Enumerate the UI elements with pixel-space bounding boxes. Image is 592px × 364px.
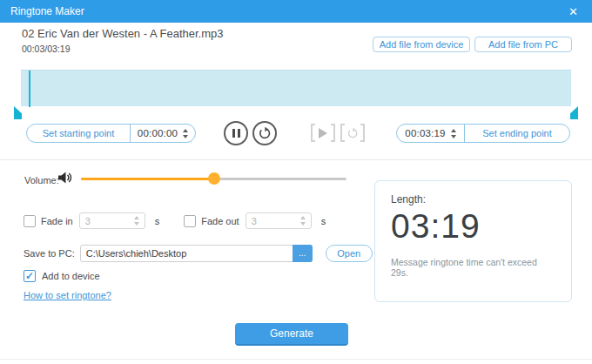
end-point-control: 00:03:19 Set ending point bbox=[396, 124, 570, 143]
fade-out-value[interactable]: 3 bbox=[252, 216, 257, 226]
fade-out-spinner[interactable]: 3 bbox=[246, 212, 312, 229]
bottom-divider bbox=[0, 359, 592, 360]
check-icon: ✓ bbox=[25, 270, 34, 282]
volume-slider[interactable] bbox=[81, 172, 346, 185]
preview-loop-button-disabled bbox=[340, 124, 365, 142]
fade-in-unit: s bbox=[155, 216, 160, 226]
volume-label: Volume: bbox=[24, 175, 59, 185]
length-note: Message ringtone time can't exceed 29s. bbox=[391, 257, 555, 278]
preview-play-button-disabled bbox=[311, 124, 335, 142]
set-starting-point-button[interactable]: Set starting point bbox=[27, 125, 130, 142]
add-file-from-device-button[interactable]: Add file from device bbox=[373, 37, 470, 52]
save-to-pc-label: Save to PC: bbox=[24, 248, 75, 259]
fade-row: Fade in 3 s Fade out 3 s bbox=[24, 212, 350, 229]
length-label: Length: bbox=[391, 193, 555, 206]
window-title: Ringtone Maker bbox=[10, 5, 84, 17]
add-to-device-label: Add to device bbox=[42, 271, 100, 281]
fade-out-checkbox[interactable] bbox=[184, 215, 196, 227]
speaker-icon bbox=[57, 170, 75, 185]
ringtone-maker-window: Ringtone Maker ✕ 02 Eric Van der Westen … bbox=[0, 0, 592, 364]
start-time-stepper[interactable] bbox=[183, 129, 188, 138]
length-value: 03:19 bbox=[391, 207, 555, 246]
pause-icon bbox=[232, 129, 240, 138]
fade-in-value[interactable]: 3 bbox=[85, 216, 91, 226]
section-divider bbox=[0, 159, 592, 160]
playhead-marker[interactable] bbox=[29, 71, 30, 107]
how-to-set-ringtone-link[interactable]: How to set ringtone? bbox=[24, 290, 111, 300]
length-panel: Length: 03:19 Message ringtone time can'… bbox=[374, 180, 572, 302]
volume-fill bbox=[81, 178, 214, 180]
fade-in-label: Fade in bbox=[41, 216, 73, 226]
trim-start-handle[interactable] bbox=[14, 106, 22, 119]
generate-button[interactable]: Generate bbox=[235, 323, 348, 346]
fade-out-stepper[interactable] bbox=[300, 216, 306, 226]
fade-in-spinner[interactable]: 3 bbox=[79, 212, 145, 229]
add-to-device-checkbox[interactable]: ✓ bbox=[24, 270, 36, 282]
add-file-from-pc-button[interactable]: Add file from PC bbox=[474, 37, 572, 52]
set-ending-point-button[interactable]: Set ending point bbox=[465, 125, 569, 142]
fade-in-checkbox[interactable] bbox=[24, 215, 36, 227]
play-icon bbox=[319, 128, 327, 138]
restart-icon bbox=[258, 126, 272, 140]
add-to-device-row: ✓ Add to device bbox=[24, 270, 100, 282]
playback-position: 00:03/03:19 bbox=[22, 44, 70, 54]
save-path-input[interactable] bbox=[80, 245, 313, 262]
start-point-control: Set starting point 00:00:00 bbox=[26, 124, 196, 143]
start-time-value[interactable]: 00:00:00 bbox=[138, 128, 178, 138]
fade-in-stepper[interactable] bbox=[134, 216, 139, 226]
fade-out-unit: s bbox=[321, 216, 326, 226]
open-folder-button[interactable]: Open bbox=[326, 245, 373, 262]
close-icon[interactable]: ✕ bbox=[565, 5, 582, 18]
pause-button[interactable] bbox=[224, 121, 248, 145]
title-bar: Ringtone Maker ✕ bbox=[0, 0, 592, 23]
end-time-value[interactable]: 00:03:19 bbox=[405, 128, 445, 138]
loop-icon bbox=[346, 127, 359, 139]
fade-out-label: Fade out bbox=[201, 216, 239, 226]
save-row: Save to PC: ... Open bbox=[24, 245, 373, 262]
volume-thumb[interactable] bbox=[208, 172, 220, 185]
bracket-right bbox=[331, 124, 335, 142]
end-time-spinner[interactable]: 00:03:19 bbox=[397, 125, 464, 142]
start-time-spinner[interactable]: 00:00:00 bbox=[131, 125, 195, 142]
bracket-right bbox=[360, 124, 365, 142]
browse-button[interactable]: ... bbox=[293, 245, 313, 262]
trim-end-handle[interactable] bbox=[570, 106, 578, 119]
loaded-file-name: 02 Eric Van der Westen - A Feather.mp3 bbox=[22, 27, 223, 40]
end-time-stepper[interactable] bbox=[451, 129, 456, 138]
waveform-strip[interactable] bbox=[21, 70, 571, 106]
restart-button[interactable] bbox=[252, 121, 277, 145]
